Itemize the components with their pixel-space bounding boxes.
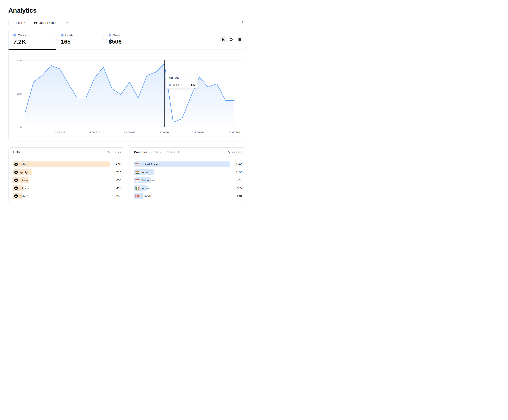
filter-button[interactable]: Filter [8,19,29,26]
links-metric-label: CLICKS [112,151,121,153]
svg-text:4:00 PM: 4:00 PM [55,131,65,134]
cursor-click-icon [228,151,231,154]
flag-singapore-icon [135,179,139,182]
links-metric-selector[interactable]: CLICKS [107,148,121,157]
stats-tabs-row: Clicks 7.2K Leads 165 Sales $506 [8,29,246,50]
country-row[interactable]: India 1.2K [134,169,242,175]
tooltip-time: 4:00 AM [166,74,198,81]
tab-clicks[interactable]: Clicks 7.2K [8,29,56,50]
country-label: Canada [142,195,151,198]
flag-india-icon [135,171,139,174]
countries-metric-label: CLICKS [232,151,242,153]
dub-logo-icon [14,179,18,182]
link-value: 716 [110,171,121,174]
tab-clicks-value: 7.2K [14,38,56,45]
flag-united-states-icon [135,163,139,166]
flag-canada-icon [135,195,139,197]
svg-text:8:00 PM: 8:00 PM [90,131,100,134]
link-value: 606 [110,179,121,182]
dub-logo-icon [14,171,18,174]
date-range-button[interactable]: Last 24 hours [31,19,71,26]
svg-text:400: 400 [17,59,22,62]
country-label: Singapore [142,179,155,182]
tooltip-series-label: Clicks [172,83,189,86]
tab-leads-label: Leads [65,34,73,37]
tab-cities[interactable]: Cities [153,148,161,157]
tooltip-series-value: 380 [191,83,195,86]
link-row[interactable]: d.to/try 606 [13,177,121,183]
tab-leads-value: 165 [61,38,104,45]
link-value: 350 [110,195,121,198]
link-value: 3.5K [110,163,121,166]
link-row[interactable]: spti.fyi 716 [13,169,121,175]
chart-tooltip: 4:00 AM Clicks 380 [166,74,198,88]
country-row[interactable]: Ireland 305 [134,185,242,191]
kebab-menu-icon [242,21,243,25]
link-label: d.to/try [20,179,29,182]
page-left-accent-strip [0,0,0,210]
chevron-right-icon [54,38,57,41]
chevron-down-icon [24,22,27,24]
funnel-chart-view-button[interactable] [228,36,235,43]
more-options-button[interactable] [239,19,246,26]
svg-text:0: 0 [20,126,22,129]
expand-sales-button[interactable] [101,36,107,42]
expand-leads-button[interactable] [53,36,59,42]
country-row[interactable]: United States 1.8K [134,161,242,167]
svg-text:12:00 AM: 12:00 AM [124,131,135,134]
country-value: 240 [230,195,242,198]
link-label: dub.co [20,195,29,198]
x-axis-labels: 4:00 PM 8:00 PM 12:00 AM 4:00 AM 8:00 AM… [55,131,240,134]
leads-legend-chip-icon [61,34,63,36]
link-value: 410 [110,187,121,190]
svg-text:4:00 AM: 4:00 AM [159,131,169,134]
sales-legend-chip-icon [109,34,111,36]
filter-button-label: Filter [16,21,22,24]
country-label: India [142,171,148,174]
chevron-right-icon [102,38,105,41]
line-chart-icon [222,38,225,41]
country-value: 481 [230,179,242,182]
line-chart-view-button[interactable] [220,36,227,43]
tab-countries[interactable]: Countries [134,148,148,157]
link-row[interactable]: dub.co 350 [13,193,121,199]
dub-logo-icon [14,163,18,166]
country-value: 1.8K [230,163,242,166]
svg-text:200: 200 [17,92,22,95]
tab-leads[interactable]: Leads 165 [56,29,104,50]
countries-panel: Countries Cities Continents CLICKS [129,147,246,203]
clicks-time-series-chart[interactable]: 400 200 0 4:00 PM 8:00 PM 12:00 AM 4:00 … [8,50,246,142]
country-row[interactable]: Canada 240 [134,193,242,199]
chart-view-switcher [220,36,242,43]
tab-sales-label: Sales [113,34,121,37]
page-title: Analytics [8,7,37,14]
funnel-chart-icon [230,38,233,41]
country-label: Ireland [142,187,150,190]
dub-logo-icon [14,186,18,190]
tab-links[interactable]: Links [13,148,21,157]
link-row[interactable]: dub.sh 3.5K [13,161,121,167]
tab-sales[interactable]: Sales $506 [104,29,151,50]
table-grid-icon [237,38,241,41]
tab-clicks-label: Clicks [18,34,26,37]
dub-logo-icon [14,194,18,198]
svg-text:12:00 PM: 12:00 PM [229,131,240,134]
country-value: 1.2K [230,171,242,174]
clicks-legend-chip-icon [14,34,16,36]
country-value: 305 [230,187,242,190]
countries-metric-selector[interactable]: CLICKS [228,148,242,157]
link-label: spti.fyi [20,171,28,174]
cursor-click-icon [107,151,110,154]
table-view-button[interactable] [236,36,242,43]
tab-continents[interactable]: Continents [166,148,181,157]
clicks-legend-chip-icon [169,84,171,86]
country-row[interactable]: Singapore 481 [134,177,242,183]
link-label: git.new [20,187,29,190]
analytics-card: Clicks 7.2K Leads 165 Sales $506 [8,29,246,141]
link-row[interactable]: git.new 410 [13,185,121,191]
country-label: United States [142,163,159,166]
flag-ireland-icon [135,187,139,190]
svg-text:8:00 AM: 8:00 AM [194,131,204,134]
chevron-down-icon [66,22,68,24]
clicks-area [25,64,234,127]
